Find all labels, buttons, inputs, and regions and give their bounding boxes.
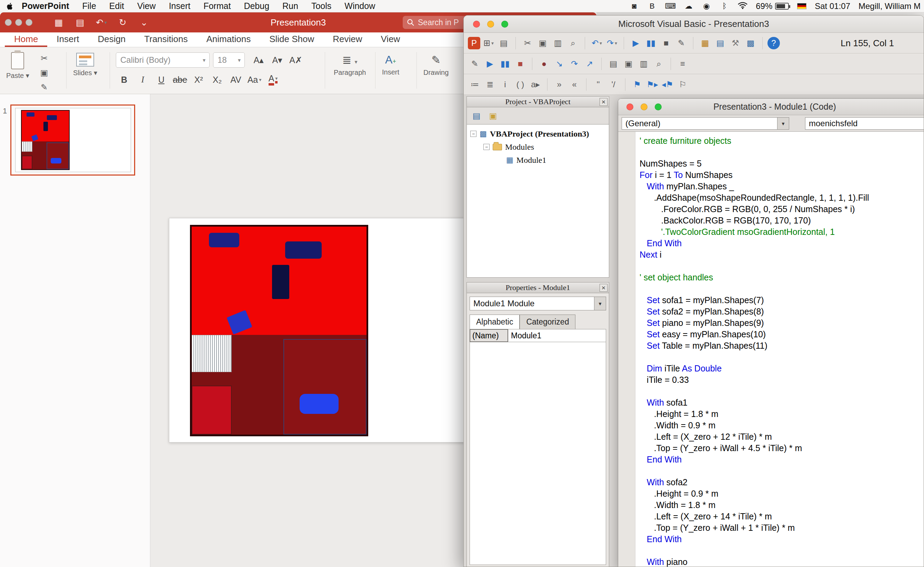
procedure-combo[interactable]: moenichsfeld <box>805 117 924 130</box>
properties-window-button[interactable]: ▤ <box>713 36 727 50</box>
change-case-button[interactable]: Aa▾ <box>246 72 263 87</box>
insert-object-button[interactable]: ⊞▾ <box>482 36 495 50</box>
close-panel-button[interactable]: ✕ <box>600 284 608 292</box>
call-stack-button[interactable]: ≡ <box>676 57 690 71</box>
font-color-button[interactable]: A▾ <box>265 72 281 87</box>
complete-word-button[interactable]: a▸ <box>528 78 542 92</box>
code-margin-bar[interactable] <box>618 132 635 567</box>
toggle-breakpoint-button[interactable]: ● <box>537 57 551 71</box>
grow-font-button[interactable]: A▴ <box>250 53 267 68</box>
chevron-down-icon[interactable]: ▾ <box>594 297 606 310</box>
screen-recorder-icon[interactable]: ◙ <box>629 1 639 11</box>
menu-tools[interactable]: Tools <box>305 1 338 11</box>
view-powerpoint-button[interactable]: P <box>468 37 480 49</box>
zoom-window-button[interactable] <box>26 19 32 26</box>
menubar-user[interactable]: Megill, William M <box>858 2 921 11</box>
minimize-window-button[interactable] <box>15 19 22 26</box>
menu-insert[interactable]: Insert <box>162 1 197 11</box>
room-bottom-left[interactable] <box>22 156 32 169</box>
menu-debug[interactable]: Debug <box>237 1 276 11</box>
tab-alphabetic[interactable]: Alphabetic <box>470 314 520 329</box>
italic-button[interactable]: I <box>135 72 151 87</box>
shape-piano-dark[interactable] <box>44 122 48 131</box>
object-combo[interactable]: (General) ▾ <box>622 117 789 130</box>
tab-categorized[interactable]: Categorized <box>520 314 575 329</box>
shape-sofa-navy[interactable] <box>27 113 34 117</box>
shape-table-navy[interactable] <box>285 241 321 259</box>
property-name-cell[interactable]: (Name) <box>470 329 508 342</box>
character-spacing-button[interactable]: AV <box>228 72 244 87</box>
help-button[interactable]: ? <box>768 37 780 49</box>
room-right[interactable] <box>46 143 69 169</box>
shape-sofa-navy[interactable] <box>209 233 239 247</box>
shrink-font-button[interactable]: A▾ <box>269 53 285 68</box>
run-button[interactable]: ▶ <box>629 36 643 50</box>
stairs[interactable] <box>192 335 232 373</box>
property-row-name[interactable]: (Name) Module1 <box>470 329 606 342</box>
toggle-bookmark-button[interactable]: ⚑ <box>630 78 644 92</box>
clear-bookmarks-button[interactable]: ⚐ <box>676 78 690 92</box>
format-painter-button[interactable]: ✎ <box>37 80 51 94</box>
tab-slide-show[interactable]: Slide Show <box>260 32 323 47</box>
parameter-info-button[interactable]: ( ) <box>513 78 527 92</box>
paragraph-menu-button[interactable]: ≣ ▾ Paragraph <box>334 53 366 77</box>
undo-button[interactable]: ↶▾ <box>590 36 604 50</box>
menu-run[interactable]: Run <box>276 1 305 11</box>
menu-edit[interactable]: Edit <box>103 1 130 11</box>
shape-bed-blue[interactable] <box>300 394 339 414</box>
next-bookmark-button[interactable]: ⚑▸ <box>645 78 659 92</box>
shape-piano-dark[interactable] <box>272 265 289 299</box>
battery-indicator[interactable]: 69% <box>756 2 789 11</box>
wifi-icon[interactable] <box>738 2 747 11</box>
collapse-icon[interactable]: − <box>483 144 490 150</box>
paste-button[interactable]: Paste ▾ <box>6 52 29 80</box>
collapse-icon[interactable]: − <box>470 131 477 137</box>
new-slide-button[interactable]: ▦ <box>52 15 66 29</box>
shape-table-navy[interactable] <box>47 115 57 120</box>
watch-window-button[interactable]: ▥ <box>637 57 651 71</box>
swirl-app-icon[interactable]: ◉ <box>701 1 712 11</box>
find-button[interactable]: ⌕ <box>566 36 580 50</box>
reset-button[interactable]: ■ <box>659 36 673 50</box>
superscript-button[interactable]: X² <box>190 72 207 87</box>
room-bottom-left[interactable] <box>192 386 232 435</box>
tree-item-module1[interactable]: ▦ Module1 <box>470 153 609 167</box>
boom-app-icon[interactable]: B <box>647 1 657 11</box>
uncomment-block-button[interactable]: '/ <box>606 78 620 92</box>
floor-plan-shape[interactable] <box>190 225 368 436</box>
font-name-select[interactable]: Calibri (Body)▾ <box>116 53 210 68</box>
chevron-down-icon[interactable]: ▾ <box>777 117 789 129</box>
step-out-button[interactable]: ↗ <box>583 57 597 71</box>
close-panel-button[interactable]: ✕ <box>600 98 608 106</box>
tree-item-vbaproject[interactable]: − ▩ VBAProject (Presentation3) <box>470 127 609 140</box>
menu-format[interactable]: Format <box>197 1 237 11</box>
drawing-menu-button[interactable]: ✎ Drawing <box>423 53 448 77</box>
paste-button[interactable]: ▥ <box>551 36 565 50</box>
step-over-button[interactable]: ↷ <box>567 57 581 71</box>
shape-bed-blue[interactable] <box>51 158 62 164</box>
room-right[interactable] <box>284 339 366 435</box>
font-size-select[interactable]: 18▾ <box>213 53 245 68</box>
slide-thumbnail[interactable] <box>15 108 131 172</box>
cut-button[interactable]: ✂ <box>37 51 51 65</box>
quick-watch-button[interactable]: ⌕ <box>652 57 666 71</box>
new-slide-button[interactable]: Slides ▾ <box>73 53 97 77</box>
clear-formatting-button[interactable]: A✗ <box>288 53 304 68</box>
insert-menu-button[interactable]: A+ Insert <box>382 53 399 76</box>
tab-transitions[interactable]: Transitions <box>135 32 197 47</box>
comment-block-button[interactable]: '' <box>591 78 605 92</box>
reset-button[interactable]: ■ <box>513 57 527 71</box>
list-constants-button[interactable]: ≣ <box>483 78 497 92</box>
tab-insert[interactable]: Insert <box>47 32 88 47</box>
cloud-sync-icon[interactable]: ☁ <box>683 1 694 11</box>
tab-animations[interactable]: Animations <box>197 32 260 47</box>
menu-file[interactable]: File <box>76 1 103 11</box>
locals-window-button[interactable]: ▤ <box>606 57 620 71</box>
copy-button[interactable]: ▣ <box>37 66 51 80</box>
apple-menu-icon[interactable] <box>7 2 13 10</box>
previous-bookmark-button[interactable]: ◂⚑ <box>661 78 674 92</box>
tab-review[interactable]: Review <box>323 32 371 47</box>
code-editor[interactable]: ' create furniture objects NumShapes = 5… <box>635 132 924 567</box>
object-browser-button[interactable]: ▩ <box>744 36 758 50</box>
property-value-cell[interactable]: Module1 <box>508 329 606 342</box>
